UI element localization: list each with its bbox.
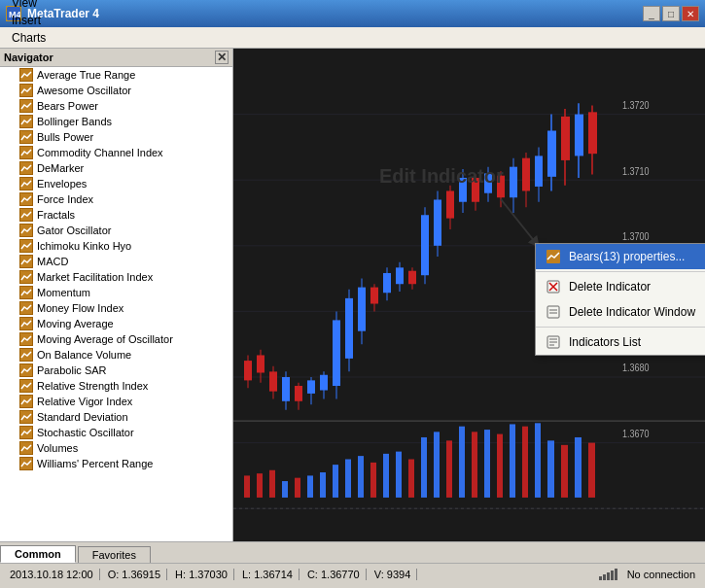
svg-rect-67 bbox=[396, 267, 404, 284]
indicator-label: Relative Strength Index bbox=[37, 380, 148, 392]
navigator-header: Navigator ✕ bbox=[0, 49, 232, 67]
svg-rect-119 bbox=[497, 434, 503, 498]
svg-rect-111 bbox=[396, 452, 402, 498]
context-menu-item-indicators-list[interactable]: Indicators ListCtrl+I bbox=[536, 329, 705, 355]
nav-item[interactable]: Commodity Channel Index bbox=[0, 145, 232, 160]
nav-item[interactable]: Williams' Percent Range bbox=[0, 456, 232, 471]
indicator-label: Williams' Percent Range bbox=[37, 458, 153, 469]
ctx-item-label: Bears(13) properties... bbox=[569, 250, 705, 263]
svg-rect-65 bbox=[383, 273, 391, 293]
indicator-label: Commodity Channel Index bbox=[37, 147, 163, 158]
nav-item[interactable]: Moving Average of Oscillator bbox=[0, 331, 232, 347]
status-bar: 2013.10.18 12:00 O: 1.36915 H: 1.37030 L… bbox=[0, 563, 705, 584]
nav-item[interactable]: Bears Power bbox=[0, 98, 232, 114]
nav-item[interactable]: Market Facilitation Index bbox=[0, 269, 232, 285]
close-button[interactable]: ✕ bbox=[682, 6, 699, 21]
indicator-icon bbox=[19, 426, 33, 439]
svg-text:1.3670: 1.3670 bbox=[622, 428, 650, 439]
maximize-button[interactable]: □ bbox=[662, 6, 680, 21]
menu-item-charts[interactable]: Charts bbox=[4, 29, 61, 47]
nav-item[interactable]: Relative Strength Index bbox=[0, 378, 232, 394]
indicator-label: On Balance Volume bbox=[37, 349, 131, 361]
svg-rect-45 bbox=[257, 355, 264, 372]
indicator-label: Bears Power bbox=[37, 100, 98, 112]
nav-item[interactable]: Awesome Oscillator bbox=[0, 83, 232, 98]
indicator-icon bbox=[19, 395, 33, 408]
indicator-icon bbox=[19, 332, 33, 346]
indicator-label: Average True Range bbox=[37, 69, 135, 81]
nav-item[interactable]: Stochastic Oscillator bbox=[0, 425, 232, 440]
svg-rect-104 bbox=[307, 475, 313, 498]
indicator-label: Money Flow Index bbox=[37, 302, 123, 314]
svg-rect-112 bbox=[408, 460, 414, 498]
svg-rect-47 bbox=[269, 371, 277, 391]
nav-item[interactable]: Moving Average bbox=[0, 316, 232, 331]
nav-item[interactable]: Gator Oscillator bbox=[0, 223, 232, 238]
nav-item[interactable]: Fractals bbox=[0, 207, 232, 223]
svg-rect-99 bbox=[244, 475, 250, 498]
nav-item[interactable]: Average True Range bbox=[0, 67, 232, 83]
nav-item[interactable]: On Balance Volume bbox=[0, 347, 232, 363]
indicator-label: Fractals bbox=[37, 209, 75, 221]
svg-rect-109 bbox=[370, 463, 376, 498]
svg-rect-101 bbox=[269, 470, 275, 498]
svg-rect-57 bbox=[333, 320, 340, 386]
svg-rect-63 bbox=[370, 288, 378, 304]
tab-favorites[interactable]: Favorites bbox=[78, 546, 151, 563]
indicator-icon bbox=[19, 255, 33, 268]
nav-item[interactable]: Parabolic SAR bbox=[0, 363, 232, 378]
nav-item[interactable]: Relative Vigor Index bbox=[0, 394, 232, 409]
indicator-icon bbox=[19, 84, 33, 97]
context-menu-item-delete-window[interactable]: Delete Indicator Window bbox=[536, 299, 705, 325]
nav-item[interactable]: DeMarker bbox=[0, 160, 232, 176]
nav-item[interactable]: Ichimoku Kinko Hyo bbox=[0, 238, 232, 254]
svg-rect-121 bbox=[522, 427, 528, 498]
tab-common[interactable]: Common bbox=[0, 545, 76, 563]
context-menu-item-properties[interactable]: Bears(13) properties... bbox=[536, 244, 705, 269]
nav-item[interactable]: MACD bbox=[0, 254, 232, 269]
indicator-icon bbox=[19, 239, 33, 253]
minimize-button[interactable]: _ bbox=[643, 6, 660, 21]
nav-item[interactable]: Momentum bbox=[0, 285, 232, 300]
svg-rect-79 bbox=[472, 178, 479, 202]
indicator-label: Stochastic Oscillator bbox=[37, 427, 134, 438]
context-menu-item-delete[interactable]: Delete Indicator bbox=[536, 274, 705, 299]
nav-item[interactable]: Bollinger Bands bbox=[0, 114, 232, 129]
nav-item[interactable]: Volumes bbox=[0, 440, 232, 456]
indicator-label: Gator Oscillator bbox=[37, 225, 111, 236]
svg-text:1.3700: 1.3700 bbox=[622, 231, 650, 243]
svg-rect-100 bbox=[257, 473, 263, 498]
indicator-icon bbox=[19, 208, 33, 222]
ctx-item-icon bbox=[546, 334, 561, 350]
window-controls[interactable]: _ □ ✕ bbox=[643, 6, 699, 21]
ctx-item-icon bbox=[546, 249, 561, 264]
indicator-label: Moving Average of Oscillator bbox=[37, 333, 173, 345]
indicator-label: Relative Vigor Index bbox=[37, 396, 132, 407]
nav-item[interactable]: Force Index bbox=[0, 191, 232, 207]
nav-item[interactable]: Envelopes bbox=[0, 176, 232, 191]
svg-rect-108 bbox=[358, 456, 364, 498]
nav-item[interactable]: Money Flow Index bbox=[0, 300, 232, 316]
navigator-close-button[interactable]: ✕ bbox=[215, 51, 229, 64]
svg-rect-61 bbox=[358, 288, 366, 331]
svg-rect-125 bbox=[575, 437, 582, 498]
nav-item[interactable]: Standard Deviation bbox=[0, 409, 232, 425]
bottom-tabs: Common Favorites bbox=[0, 541, 705, 563]
svg-rect-75 bbox=[446, 190, 454, 218]
svg-rect-123 bbox=[547, 440, 554, 498]
svg-rect-73 bbox=[434, 199, 441, 245]
title-bar: M4 MetaTrader 4 _ □ ✕ bbox=[0, 0, 705, 27]
svg-rect-59 bbox=[345, 298, 353, 359]
indicator-icon bbox=[19, 317, 33, 330]
status-high: H: 1.37030 bbox=[169, 569, 234, 580]
svg-rect-49 bbox=[282, 377, 290, 401]
menu-item-insert[interactable]: Insert bbox=[4, 12, 61, 29]
indicator-label: Moving Average bbox=[37, 318, 114, 329]
menu-item-view[interactable]: View bbox=[4, 0, 61, 12]
ctx-item-icon bbox=[546, 304, 561, 320]
nav-item[interactable]: Bulls Power bbox=[0, 129, 232, 145]
status-volume: V: 9394 bbox=[369, 569, 418, 580]
svg-rect-85 bbox=[510, 167, 517, 198]
chart-area[interactable]: 1.3720 1.3710 1.3700 1.3690 1.3680 1.367… bbox=[233, 49, 705, 541]
indicator-icon bbox=[19, 410, 33, 424]
